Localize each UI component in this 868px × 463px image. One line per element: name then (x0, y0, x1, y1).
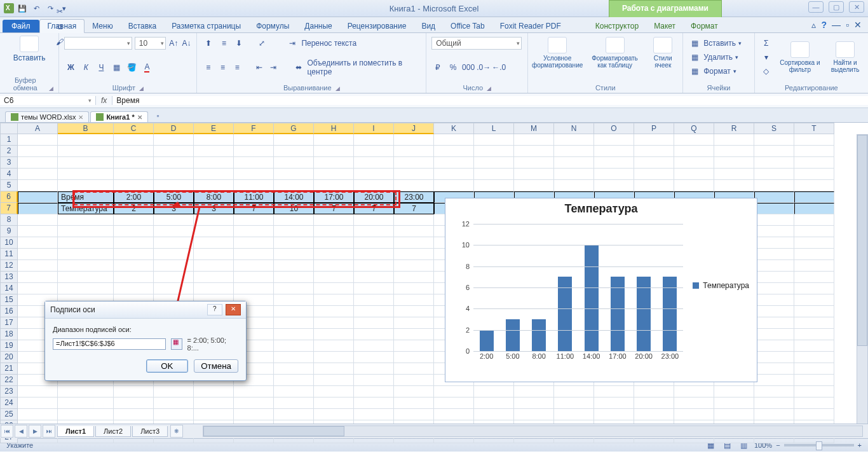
cell-E8[interactable] (194, 214, 234, 226)
cell-Q1[interactable] (674, 134, 714, 146)
cell-Q25[interactable] (674, 409, 714, 420)
increase-decimal-icon[interactable]: .0→ (477, 61, 490, 74)
orientation-icon[interactable]: ⤢ (255, 37, 268, 50)
cell-S8[interactable] (754, 214, 794, 226)
cell-G9[interactable] (274, 226, 314, 237)
cell-Q24[interactable] (674, 397, 714, 409)
cell-G1[interactable] (274, 134, 314, 146)
cell-J1[interactable] (394, 134, 434, 146)
cell-F4[interactable] (234, 169, 274, 180)
cell-I3[interactable] (354, 157, 394, 169)
cell-E2[interactable] (194, 146, 234, 157)
cell-E9[interactable] (194, 226, 234, 237)
cell-D24[interactable] (154, 397, 194, 409)
cell-D8[interactable] (154, 214, 194, 226)
cell-E12[interactable] (194, 260, 234, 272)
cell-A8[interactable] (18, 214, 58, 226)
cell-J12[interactable] (394, 260, 434, 272)
cell-T10[interactable] (794, 237, 834, 249)
cell-S15[interactable] (754, 294, 794, 306)
cell-J3[interactable] (394, 157, 434, 169)
cell-J8[interactable] (394, 214, 434, 226)
col-header-E[interactable]: E (194, 123, 234, 134)
cell-E7[interactable]: 3 (194, 203, 234, 214)
cell-I21[interactable] (354, 363, 394, 375)
cell-F12[interactable] (234, 260, 274, 272)
cell-F14[interactable] (234, 283, 274, 294)
tab-view[interactable]: Вид (414, 20, 443, 32)
cell-L23[interactable] (474, 386, 514, 397)
cut-icon[interactable]: ✂ (53, 5, 66, 18)
cell-T14[interactable] (794, 283, 834, 294)
maximize-button[interactable]: ▢ (829, 1, 844, 13)
save-icon[interactable]: 💾 (17, 3, 28, 14)
number-launcher-icon[interactable]: ◢ (487, 85, 491, 92)
cell-J5[interactable] (394, 180, 434, 191)
cell-S12[interactable] (754, 260, 794, 272)
cell-I9[interactable] (354, 226, 394, 237)
col-header-B[interactable]: B (58, 123, 114, 134)
row-header-5[interactable]: 5 (0, 180, 18, 191)
cell-F23[interactable] (234, 386, 274, 397)
doc-tab-word-close-icon[interactable]: ✕ (78, 114, 83, 121)
row-header-18[interactable]: 18 (0, 329, 18, 340)
percent-icon[interactable]: % (447, 61, 459, 74)
cell-S7[interactable] (754, 203, 794, 214)
name-box[interactable]: C6 (0, 96, 96, 105)
cell-D25[interactable] (154, 409, 194, 420)
cell-T9[interactable] (794, 226, 834, 237)
row-header-4[interactable]: 4 (0, 169, 18, 180)
new-doc-tab-icon[interactable]: ▫ (152, 109, 165, 122)
cell-T19[interactable] (794, 340, 834, 352)
cell-I22[interactable] (354, 375, 394, 386)
align-left-icon[interactable]: ≡ (202, 61, 214, 74)
format-cells-icon[interactable]: ▦ (688, 65, 701, 78)
cell-K25[interactable] (434, 409, 474, 420)
cell-I23[interactable] (354, 386, 394, 397)
row-header-15[interactable]: 15 (0, 294, 18, 306)
cell-E10[interactable] (194, 237, 234, 249)
cell-F11[interactable] (234, 249, 274, 260)
cell-J22[interactable] (394, 375, 434, 386)
cell-D9[interactable] (154, 226, 194, 237)
cell-T21[interactable] (794, 363, 834, 375)
row-header-23[interactable]: 23 (0, 386, 18, 397)
cell-H5[interactable] (314, 180, 354, 191)
cell-I19[interactable] (354, 340, 394, 352)
row-header-12[interactable]: 12 (0, 260, 18, 272)
italic-button[interactable]: К (79, 61, 92, 74)
cell-R23[interactable] (714, 386, 754, 397)
cell-T17[interactable] (794, 317, 834, 329)
underline-button[interactable]: Ч (95, 61, 107, 74)
cell-E14[interactable] (194, 283, 234, 294)
col-header-Q[interactable]: Q (674, 123, 714, 134)
row-header-10[interactable]: 10 (0, 237, 18, 249)
cell-S17[interactable] (754, 317, 794, 329)
sheet-tab-2[interactable]: Лист2 (95, 426, 131, 437)
col-header-T[interactable]: T (794, 123, 834, 134)
fx-icon[interactable]: fx (96, 96, 112, 105)
row-header-19[interactable]: 19 (0, 340, 18, 352)
cell-D6[interactable]: 5:00 (154, 191, 194, 203)
fill-color-button[interactable]: 🪣 (125, 61, 138, 74)
cell-L3[interactable] (474, 157, 514, 169)
cell-H20[interactable] (314, 352, 354, 363)
zoom-slider[interactable] (784, 444, 854, 446)
find-select-button[interactable]: Найти и выделить (827, 41, 863, 73)
cell-P5[interactable] (634, 180, 674, 191)
cell-C2[interactable] (114, 146, 154, 157)
cell-S23[interactable] (754, 386, 794, 397)
cell-G18[interactable] (274, 329, 314, 340)
cell-T1[interactable] (794, 134, 834, 146)
cell-A7[interactable] (18, 203, 58, 214)
mdi-minimize-icon[interactable]: — (832, 20, 841, 30)
cell-M25[interactable] (514, 409, 554, 420)
cell-I25[interactable] (354, 409, 394, 420)
h-scroll-thumb[interactable] (203, 426, 344, 436)
col-header-D[interactable]: D (154, 123, 194, 134)
cell-N2[interactable] (554, 146, 594, 157)
tab-data[interactable]: Данные (297, 20, 339, 32)
format-cells-label[interactable]: Формат (703, 67, 731, 76)
cell-N25[interactable] (554, 409, 594, 420)
cell-O25[interactable] (594, 409, 634, 420)
